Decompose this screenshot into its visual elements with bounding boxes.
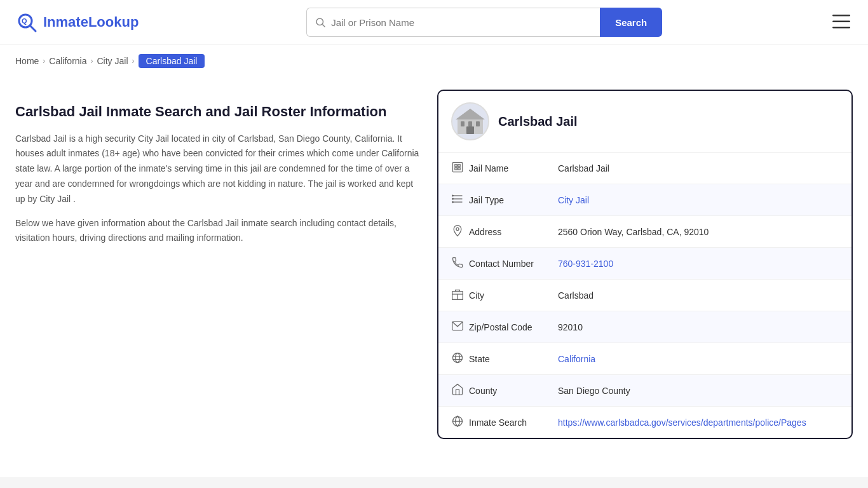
county-icon xyxy=(451,383,469,398)
info-value: San Diego County xyxy=(558,386,839,396)
globe-icon xyxy=(451,351,469,366)
info-label: Address xyxy=(469,227,558,237)
info-value[interactable]: https://www.carlsbadca.gov/services/depa… xyxy=(558,417,839,428)
svg-rect-7 xyxy=(832,27,850,29)
svg-point-30 xyxy=(453,353,463,363)
info-row: Jail TypeCity Jail xyxy=(438,184,851,216)
breadcrumb-state[interactable]: California xyxy=(49,56,86,66)
info-row: StateCalifornia xyxy=(438,343,851,375)
description-paragraph-1: Carlsbad Jail is a high security City Ja… xyxy=(15,132,422,207)
svg-point-22 xyxy=(452,195,454,196)
info-card-header: Carlsbad Jail xyxy=(438,91,851,152)
info-value: Carlsbad xyxy=(558,290,839,301)
breadcrumb-sep-1: › xyxy=(43,57,45,65)
info-label: Jail Name xyxy=(469,163,558,173)
info-label: State xyxy=(469,354,558,364)
info-card: Carlsbad Jail Jail NameCarlsbad JailJail… xyxy=(437,90,853,439)
info-card-title: Carlsbad Jail xyxy=(498,114,578,129)
right-panel: Carlsbad Jail Jail NameCarlsbad JailJail… xyxy=(437,90,853,439)
jail-building-icon xyxy=(454,105,486,137)
info-value[interactable]: California xyxy=(558,354,839,364)
menu-button[interactable] xyxy=(830,12,853,33)
svg-rect-16 xyxy=(458,165,460,166)
info-row: Jail NameCarlsbad Jail xyxy=(438,152,851,184)
info-value[interactable]: City Jail xyxy=(558,195,839,205)
breadcrumb-type[interactable]: City Jail xyxy=(97,56,128,66)
info-row: CountySan Diego County xyxy=(438,375,851,407)
svg-rect-17 xyxy=(455,168,457,170)
hamburger-icon xyxy=(832,15,850,29)
breadcrumb-current: Carlsbad Jail xyxy=(139,54,205,68)
logo-text: InmateLookup xyxy=(43,14,139,30)
info-label: Jail Type xyxy=(469,195,558,205)
svg-point-31 xyxy=(456,353,460,363)
city-icon xyxy=(451,288,469,302)
info-value[interactable]: 760-931-2100 xyxy=(558,259,839,269)
svg-rect-10 xyxy=(468,121,472,126)
building-icon xyxy=(451,161,469,175)
info-label: County xyxy=(469,386,558,396)
info-label: Contact Number xyxy=(469,259,558,269)
svg-rect-9 xyxy=(461,121,465,126)
info-label: Zip/Postal Code xyxy=(469,322,558,332)
info-row: Contact Number760-931-2100 xyxy=(438,248,851,280)
site-header: Q InmateLookup Search xyxy=(0,0,868,45)
svg-line-1 xyxy=(30,25,36,31)
breadcrumb-sep-2: › xyxy=(91,57,93,65)
svg-point-23 xyxy=(452,198,454,200)
svg-rect-15 xyxy=(455,165,457,166)
jail-avatar xyxy=(451,102,489,140)
svg-marker-12 xyxy=(456,109,485,119)
svg-rect-5 xyxy=(832,15,850,17)
web-icon xyxy=(451,415,469,430)
info-value: Carlsbad Jail xyxy=(558,163,839,173)
svg-point-24 xyxy=(452,201,454,203)
search-input-wrapper xyxy=(306,8,600,37)
mail-icon xyxy=(451,320,469,334)
svg-rect-11 xyxy=(476,121,480,126)
location-icon xyxy=(451,224,469,239)
info-value: 92010 xyxy=(558,322,839,332)
svg-line-4 xyxy=(323,24,325,27)
info-label: Inmate Search xyxy=(469,417,558,428)
breadcrumb-sep-3: › xyxy=(132,57,135,65)
search-bar: Search xyxy=(306,8,662,37)
info-row: Zip/Postal Code92010 xyxy=(438,311,851,343)
left-panel: Carlsbad Jail Inmate Search and Jail Ros… xyxy=(15,90,422,439)
logo[interactable]: Q InmateLookup xyxy=(15,11,139,34)
info-label: City xyxy=(469,290,558,301)
svg-rect-13 xyxy=(466,126,474,134)
svg-text:Q: Q xyxy=(22,17,27,25)
svg-point-3 xyxy=(316,18,323,25)
footer xyxy=(0,477,868,488)
list-icon xyxy=(451,193,469,207)
svg-rect-14 xyxy=(453,163,463,172)
logo-icon: Q xyxy=(15,11,38,34)
search-button[interactable]: Search xyxy=(600,8,662,37)
breadcrumb: Home › California › City Jail › Carlsbad… xyxy=(0,45,868,77)
breadcrumb-home[interactable]: Home xyxy=(15,56,39,66)
info-rows-container: Jail NameCarlsbad JailJail TypeCity Jail… xyxy=(438,152,851,438)
svg-point-25 xyxy=(456,227,459,230)
phone-icon xyxy=(451,256,469,271)
info-row: CityCarlsbad xyxy=(438,280,851,311)
search-icon xyxy=(315,17,326,28)
search-input[interactable] xyxy=(331,17,592,28)
info-value: 2560 Orion Way, Carlsbad, CA, 92010 xyxy=(558,227,839,237)
description-paragraph-2: Below we have given information about th… xyxy=(15,216,422,247)
svg-rect-18 xyxy=(458,168,460,170)
page-title: Carlsbad Jail Inmate Search and Jail Ros… xyxy=(15,102,422,121)
info-row: Inmate Searchhttps://www.carlsbadca.gov/… xyxy=(438,407,851,438)
info-row: Address2560 Orion Way, Carlsbad, CA, 920… xyxy=(438,216,851,248)
main-content: Carlsbad Jail Inmate Search and Jail Ros… xyxy=(0,77,868,452)
svg-rect-6 xyxy=(832,20,850,22)
